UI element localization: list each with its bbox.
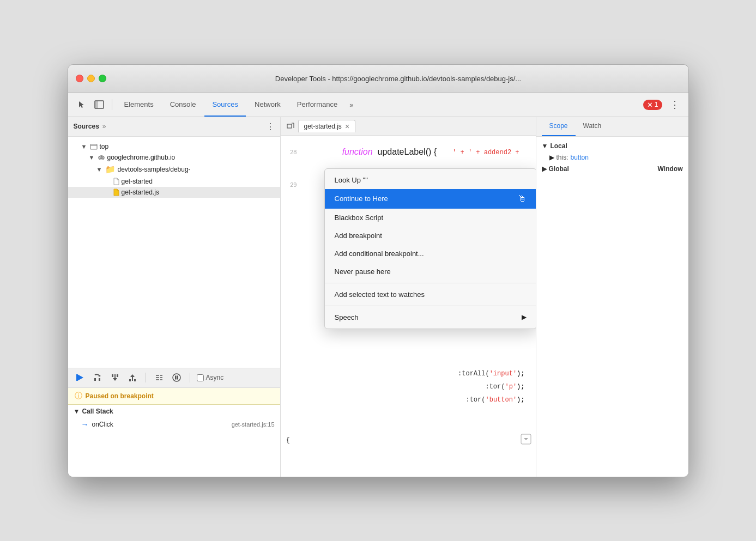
tree-item-googlechrome[interactable]: ▼ googlechrome.github.io [68,152,280,163]
scope-panel: Scope Watch ▼ Local ▶ this: [536,117,688,477]
ctx-blackbox-label: Blackbox Script [335,214,384,222]
ctx-speech-arrow: ▶ [522,313,527,321]
ctx-add-watches[interactable]: Add selected text to watches [325,285,536,303]
call-stack-header[interactable]: ▼ Call Stack [68,405,280,418]
tree-label-get-started-js: get-started.js [122,189,159,196]
svg-rect-15 [117,374,118,377]
tree-item-get-started[interactable]: get-started [68,176,280,187]
scope-expand-this[interactable]: ▶ [549,154,554,161]
line-num-29: 29 [281,179,301,190]
local-label: Local [550,142,567,150]
cursor-icon [77,100,86,109]
svg-rect-14 [112,374,113,377]
ctx-blackbox[interactable]: Blackbox Script [325,209,536,227]
devtools-menu-button[interactable]: ⋮ [667,99,683,111]
scope-tab-scope[interactable]: Scope [542,117,576,136]
right-area: get-started.js × 28 function updateLabel… [281,117,688,477]
panel-more-button[interactable]: » [102,123,106,130]
editor-back-button[interactable] [284,119,297,132]
async-checkbox-label[interactable]: Async [197,374,224,381]
code-brace-line: { [286,436,290,444]
local-scope-header[interactable]: ▼ Local [536,140,688,152]
back-icon [287,122,294,130]
call-arrow-icon: → [81,420,89,429]
ctx-continue-label: Continue to Here [335,194,388,203]
file-icon-get-started [113,178,119,185]
scroll-indicator[interactable] [521,434,531,447]
step-out-button[interactable] [126,371,139,384]
context-menu: Look Up "" Continue to Here 🖱 Blackbox S… [324,168,536,329]
ctx-add-watches-label: Add selected text to watches [335,290,425,299]
step-into-button[interactable] [108,371,122,384]
debug-divider-1 [146,373,146,382]
editor-tab-close-button[interactable]: × [345,123,349,130]
scope-content: ▼ Local ▶ this: button ▶ Global Win [536,137,688,477]
scope-tabs: Scope Watch [536,117,688,137]
paused-banner: ⓘ Paused on breakpoint [68,388,280,405]
svg-rect-11 [99,378,100,381]
tab-sources[interactable]: Sources [204,93,246,117]
code-overflow-1: ' + ' + addend2 + [452,149,519,156]
tree-label-get-started: get-started [122,178,153,185]
call-stack-label: Call Stack [82,408,113,415]
toolbar-divider [112,99,112,110]
error-count: 1 [655,101,658,108]
step-over-button[interactable] [91,371,104,384]
ctx-never-pause-label: Never pause here [335,268,391,276]
step-into-icon [110,373,120,382]
call-stack-function: onClick [92,421,113,428]
error-badge[interactable]: ✕ 1 [643,100,662,110]
editor-scope-area: get-started.js × 28 function updateLabel… [281,117,688,477]
pause-button[interactable] [170,371,183,384]
scope-val-this: button [571,154,589,161]
tree-item-get-started-js[interactable]: get-started.js [68,187,280,198]
close-button[interactable] [76,75,83,82]
ctx-speech[interactable]: Speech ▶ [325,308,536,326]
panel-menu-button[interactable]: ⋮ [266,121,275,132]
svg-rect-19 [134,379,136,381]
tree-label-googlechrome: googlechrome.github.io [107,154,176,161]
global-value: Window [658,165,683,173]
file-icon-js [113,189,119,196]
svg-rect-1 [95,101,98,108]
resume-button[interactable] [74,371,87,384]
dock-button[interactable] [91,96,107,113]
svg-rect-27 [175,376,177,380]
cursor-mouse-indicator: 🖱 [518,194,527,204]
global-scope-header[interactable]: ▶ Global Window [536,163,688,175]
call-stack-section: ▼ Call Stack → onClick get-started.js:15 [68,405,280,477]
code-overflow-3: :tor('p'); [485,383,524,391]
ctx-look-up[interactable]: Look Up "" [325,171,536,189]
editor-tab-get-started-js[interactable]: get-started.js × [298,120,356,132]
ctx-add-breakpoint[interactable]: Add breakpoint [325,227,536,245]
ctx-add-conditional-label: Add conditional breakpoint... [335,250,424,258]
tab-network[interactable]: Network [247,93,288,117]
minimize-button[interactable] [87,75,95,82]
ctx-speech-label: Speech [335,313,359,321]
ctx-add-conditional[interactable]: Add conditional breakpoint... [325,245,536,263]
svg-marker-13 [113,378,117,381]
svg-rect-18 [129,379,131,381]
traffic-lights [76,75,106,82]
ctx-never-pause[interactable]: Never pause here [325,263,536,281]
more-tabs-button[interactable]: » [346,101,356,109]
global-arrow: ▶ [542,165,547,173]
maximize-button[interactable] [99,75,106,82]
call-stack-item[interactable]: → onClick get-started.js:15 [68,418,280,431]
scope-tab-watch[interactable]: Watch [576,117,609,136]
svg-rect-28 [177,376,178,380]
tree-item-top[interactable]: ▼ top [68,141,280,152]
svg-marker-33 [524,438,528,440]
tab-performance[interactable]: Performance [289,93,345,117]
breakpoints-toggle-button[interactable] [153,371,166,384]
ctx-continue-here[interactable]: Continue to Here 🖱 [325,189,536,209]
async-checkbox-input[interactable] [197,374,204,381]
tab-console[interactable]: Console [162,93,204,117]
global-label: Global [549,165,569,173]
devtools-window: Developer Tools - https://googlechrome.g… [68,64,689,477]
tree-item-devtools-samples[interactable]: ▼ 📁 devtools-samples/debug- [68,163,280,176]
svg-rect-29 [287,124,292,128]
call-stack-arrow: ▼ [74,408,80,415]
tab-elements[interactable]: Elements [117,93,161,117]
cursor-tool-button[interactable] [74,96,90,113]
